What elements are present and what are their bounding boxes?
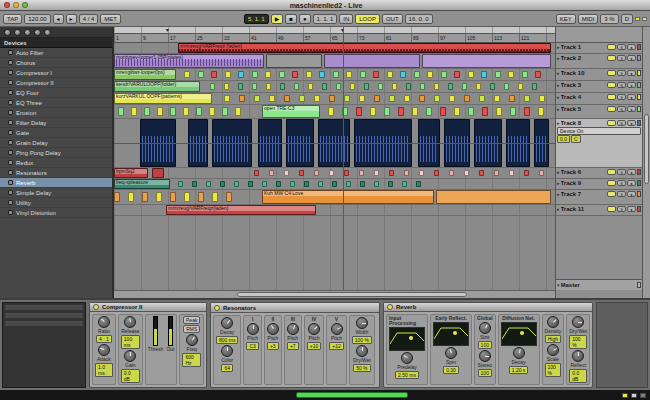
clip-block[interactable] xyxy=(220,181,225,187)
knob-value[interactable]: 100 % xyxy=(352,336,372,344)
knob-dial-width[interactable] xyxy=(356,317,368,329)
track-lane[interactable]: montypev-looper1.05P(plates) xyxy=(114,54,555,69)
clip-block[interactable] xyxy=(192,181,197,187)
clip-block[interactable] xyxy=(509,170,514,176)
track-header-track-11[interactable]: ▸Track 11S● xyxy=(556,205,642,216)
clip-block[interactable] xyxy=(406,83,411,90)
clip-block[interactable] xyxy=(178,181,183,187)
clip-block[interactable] xyxy=(510,107,516,116)
knob-value[interactable]: +7 xyxy=(287,342,299,350)
clip-block[interactable] xyxy=(434,83,439,90)
clip-block[interactable] xyxy=(434,95,440,102)
play-button[interactable]: ▶ xyxy=(271,14,284,24)
unfold-triangle-icon[interactable]: ▸ xyxy=(557,120,560,126)
clip-block[interactable] xyxy=(539,170,544,176)
clip-block[interactable] xyxy=(184,192,190,202)
stop-button[interactable]: ■ xyxy=(285,14,297,24)
track-activator-button[interactable] xyxy=(607,120,616,126)
clip-block[interactable] xyxy=(402,181,407,187)
clip-block[interactable] xyxy=(448,83,453,90)
device-title-bar[interactable]: Reverb xyxy=(384,303,592,312)
knob-value[interactable]: 0.30 xyxy=(443,366,459,374)
arm-button[interactable]: ● xyxy=(627,206,636,212)
clip[interactable]: open TRE-C3 xyxy=(262,105,320,118)
knob-dial-predelay[interactable] xyxy=(401,352,413,364)
solo-button[interactable]: S xyxy=(617,70,626,76)
knob-dial-gain[interactable] xyxy=(124,350,136,362)
clip[interactable] xyxy=(422,54,551,68)
clip-block[interactable] xyxy=(114,192,120,202)
solo-button[interactable]: S xyxy=(617,44,626,50)
clip-block[interactable] xyxy=(184,71,190,78)
midi-map-button[interactable]: MIDI xyxy=(578,14,599,24)
browser-item-eq-three[interactable]: EQ Three xyxy=(0,98,112,108)
clip[interactable]: freq-spleasure xyxy=(114,179,170,189)
minimize-button[interactable] xyxy=(13,2,19,8)
clip-block[interactable] xyxy=(508,71,514,78)
xy-display[interactable] xyxy=(433,322,469,346)
clip-block[interactable] xyxy=(254,95,260,102)
loop-button[interactable]: LOOP xyxy=(355,14,380,24)
knob-dial-pitch[interactable] xyxy=(267,323,279,335)
clip-block[interactable] xyxy=(420,83,425,90)
browser-tab-file-icon[interactable] xyxy=(44,29,51,36)
track-lane[interactable]: bpmSq2 xyxy=(114,168,555,179)
unfold-triangle-icon[interactable]: ▸ xyxy=(557,206,560,212)
arm-button[interactable]: ● xyxy=(627,55,636,61)
clip-block[interactable] xyxy=(441,71,447,78)
device-on-button[interactable] xyxy=(387,304,393,310)
track-header-track-9[interactable]: ▸Track 9S● xyxy=(556,179,642,190)
track-lane[interactable]: kurzVARKUL.OOPF(patterns) xyxy=(114,93,555,105)
pan-value[interactable]: C xyxy=(571,135,581,143)
knob-value[interactable]: 100 xyxy=(478,341,492,349)
clip[interactable] xyxy=(266,54,322,68)
track-activator-button[interactable] xyxy=(607,55,616,61)
browser-item-auto-filter[interactable]: Auto Filter xyxy=(0,48,112,58)
knob-value[interactable]: 4 : 1 xyxy=(96,335,112,343)
punch-out-button[interactable]: OUT xyxy=(382,14,403,24)
clip-block[interactable] xyxy=(378,83,383,90)
clip-block[interactable] xyxy=(426,107,432,116)
arrangement-view[interactable]: ▾▾ 191725334149576573818997105113121 mrm… xyxy=(114,27,555,298)
record-button[interactable]: ● xyxy=(299,14,311,24)
device-title-bar[interactable]: Resonators xyxy=(211,303,379,313)
knob-dial-pitch[interactable] xyxy=(331,323,343,335)
clip-block[interactable] xyxy=(128,192,134,202)
device-on-button[interactable] xyxy=(214,305,220,311)
clip-block[interactable] xyxy=(252,71,258,78)
clip-block[interactable] xyxy=(388,181,393,187)
clip-block[interactable] xyxy=(210,83,215,90)
knob-dial-pitch[interactable] xyxy=(247,323,259,335)
clip-block[interactable] xyxy=(198,71,204,78)
device-button-rms[interactable]: RMS xyxy=(183,325,200,333)
clip-block[interactable] xyxy=(224,83,229,90)
device-chooser[interactable]: Device On xyxy=(557,127,641,135)
device-drop-area[interactable] xyxy=(596,302,648,388)
clip-block[interactable] xyxy=(370,107,376,116)
clip[interactable]: kurzVARKUL.OOPF(patterns) xyxy=(114,93,212,104)
unfold-triangle-icon[interactable]: ▸ xyxy=(557,70,560,76)
clip[interactable]: Kuh MW C4 Love xyxy=(262,190,434,204)
clip-block[interactable] xyxy=(468,71,474,78)
track-activator-button[interactable] xyxy=(607,180,616,186)
clip-block[interactable] xyxy=(294,83,299,90)
clip-block[interactable] xyxy=(539,95,545,102)
knob-value[interactable]: 100 % xyxy=(545,363,562,377)
arm-button[interactable]: ● xyxy=(627,94,636,100)
clip-block[interactable] xyxy=(374,170,379,176)
solo-button[interactable]: S xyxy=(617,191,626,197)
clip-block[interactable] xyxy=(336,83,341,90)
clip-block[interactable] xyxy=(269,170,274,176)
xy-handle[interactable] xyxy=(453,331,457,335)
arm-button[interactable]: ● xyxy=(627,169,636,175)
clip-block[interactable] xyxy=(374,95,380,102)
knob-dial-freq[interactable] xyxy=(186,334,198,346)
track-activator-button[interactable] xyxy=(607,169,616,175)
clip-block[interactable] xyxy=(212,192,218,202)
knob-value[interactable]: 800 ms xyxy=(216,336,238,344)
clip-block[interactable] xyxy=(226,192,232,202)
knob-value[interactable]: C3 xyxy=(246,342,258,350)
browser-item-reverb[interactable]: Reverb xyxy=(0,178,112,188)
clip-block[interactable] xyxy=(404,170,409,176)
clip-block[interactable] xyxy=(532,83,537,90)
